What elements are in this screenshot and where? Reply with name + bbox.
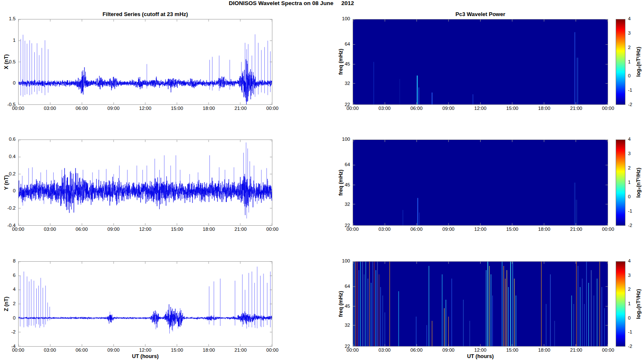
x-tick-label: 12:00 xyxy=(136,227,155,232)
colorbar xyxy=(616,139,625,226)
x-tick-label: 06:00 xyxy=(73,348,91,353)
series-panel-y xyxy=(18,139,272,226)
x-tick-label: 15:00 xyxy=(168,106,186,111)
x-tick-label: 18:00 xyxy=(200,348,218,353)
x-tick-label: 21:00 xyxy=(567,106,585,111)
colorbar-tick-label: 4 xyxy=(628,137,638,142)
y-tick-label: 4 xyxy=(1,287,16,293)
spectrogram-panel-pc3-z xyxy=(353,261,608,347)
x-tick-label: 00:00 xyxy=(343,227,362,232)
series-panel-z-canvas xyxy=(19,262,272,346)
x-tick-label: 03:00 xyxy=(41,106,59,111)
x-tick-label: 00:00 xyxy=(9,227,27,232)
spectrogram-panel-pc3-x xyxy=(353,19,608,105)
x-tick-label: 12:00 xyxy=(471,227,490,232)
x-tick-label: 06:00 xyxy=(407,106,426,111)
x-tick-label: 09:00 xyxy=(439,348,458,353)
x-tick-label: 00:00 xyxy=(343,106,362,111)
spectrogram-background xyxy=(353,140,608,225)
x-tick-label: 09:00 xyxy=(439,106,458,111)
x-tick-label: 12:00 xyxy=(471,348,490,353)
x-tick-label: 00:00 xyxy=(599,227,617,232)
x-tick-label: 21:00 xyxy=(231,227,250,232)
ut-hours-label-right: UT (hours) xyxy=(353,353,608,359)
series-panel-z xyxy=(18,261,272,347)
y-tick-label: 0.6 xyxy=(1,137,16,142)
spectrogram-panel-pc3-y xyxy=(353,139,608,226)
x-tick-label: 00:00 xyxy=(9,348,27,353)
y-tick-label: 1.5 xyxy=(1,16,16,22)
ut-hours-label-left: UT (hours) xyxy=(18,353,272,359)
x-tick-label: 15:00 xyxy=(168,227,186,232)
x-tick-label: 18:00 xyxy=(535,106,554,111)
y-tick-label: 2 xyxy=(1,301,16,306)
series-panel-y-canvas xyxy=(19,140,272,225)
freq-tick-label: 100 xyxy=(336,137,350,142)
y-tick-label: 0 xyxy=(1,81,16,86)
y-tick-label: 1 xyxy=(1,38,16,43)
x-tick-label: 00:00 xyxy=(263,106,282,111)
colorbar xyxy=(616,19,625,105)
x-tick-label: 12:00 xyxy=(136,106,155,111)
x-tick-label: 09:00 xyxy=(104,227,123,232)
freq-tick-label: 32 xyxy=(336,202,350,207)
y-tick-label: 0 xyxy=(1,316,16,321)
colorbar-tick-label: 1 xyxy=(628,180,638,185)
series-noise-trace xyxy=(19,304,272,330)
freq-tick-label: 45 xyxy=(336,62,350,67)
colorbar-tick-label: -2 xyxy=(628,223,638,228)
wavelet-spectra-figure: DIONISOS Wavelet Spectra on 08 June 2012… xyxy=(0,0,644,361)
freq-tick-label: 64 xyxy=(336,162,350,167)
x-tick-label: 06:00 xyxy=(407,227,426,232)
colorbar-tick-label: -1 xyxy=(628,209,638,214)
colorbar-tick-label: 0 xyxy=(628,194,638,200)
y-tick-label: 6 xyxy=(1,273,16,278)
series-noise-trace xyxy=(19,59,272,104)
x-tick-label: 09:00 xyxy=(104,348,123,353)
x-tick-label: 21:00 xyxy=(231,106,250,111)
x-tick-label: 00:00 xyxy=(343,348,362,353)
x-tick-label: 21:00 xyxy=(567,227,585,232)
colorbar-tick-label: 4 xyxy=(628,16,638,22)
y-tick-label: -2 xyxy=(1,330,16,335)
x-tick-label: 00:00 xyxy=(263,348,282,353)
freq-tick-label: 64 xyxy=(336,42,350,47)
x-tick-label: 18:00 xyxy=(535,348,554,353)
colorbar-tick-label: -1 xyxy=(628,330,638,335)
colorbar-tick-label: 3 xyxy=(628,273,638,278)
colorbar-tick-label: -2 xyxy=(628,102,638,107)
y-tick-label: 0 xyxy=(1,189,16,194)
x-tick-label: 09:00 xyxy=(439,227,458,232)
spectrogram-panel-pc3-y-canvas xyxy=(353,140,608,225)
y-tick-label: 0.5 xyxy=(1,60,16,65)
x-tick-label: 15:00 xyxy=(168,348,186,353)
x-tick-label: 03:00 xyxy=(375,106,394,111)
colorbar-tick-label: 3 xyxy=(628,151,638,156)
colorbar-tick-label: -1 xyxy=(628,88,638,93)
freq-tick-label: 32 xyxy=(336,81,350,86)
x-tick-label: 18:00 xyxy=(200,106,218,111)
spectrogram-background xyxy=(353,262,608,346)
colorbar-tick-label: 0 xyxy=(628,74,638,79)
spectrogram-panel-pc3-x-canvas xyxy=(353,19,608,104)
x-tick-label: 18:00 xyxy=(200,227,218,232)
freq-tick-label: 32 xyxy=(336,323,350,328)
x-tick-label: 21:00 xyxy=(231,348,250,353)
x-tick-label: 12:00 xyxy=(136,348,155,353)
y-tick-label: 8 xyxy=(1,259,16,264)
y-tick-label: 0.2 xyxy=(1,172,16,177)
x-tick-label: 15:00 xyxy=(503,348,522,353)
x-tick-label: 00:00 xyxy=(599,106,617,111)
colorbar-tick-label: 3 xyxy=(628,31,638,36)
x-tick-label: 03:00 xyxy=(41,348,59,353)
colorbar-tick-label: 0 xyxy=(628,316,638,321)
x-tick-label: 15:00 xyxy=(503,106,522,111)
y-tick-label: -0.2 xyxy=(1,206,16,211)
x-tick-label: 03:00 xyxy=(41,227,59,232)
x-tick-label: 00:00 xyxy=(263,227,282,232)
spectrogram-panel-pc3-z-canvas xyxy=(353,262,608,346)
series-panel-x xyxy=(18,19,272,105)
colorbar-tick-label: 2 xyxy=(628,166,638,171)
x-tick-label: 15:00 xyxy=(503,227,522,232)
colorbar-tick-label: 1 xyxy=(628,60,638,65)
